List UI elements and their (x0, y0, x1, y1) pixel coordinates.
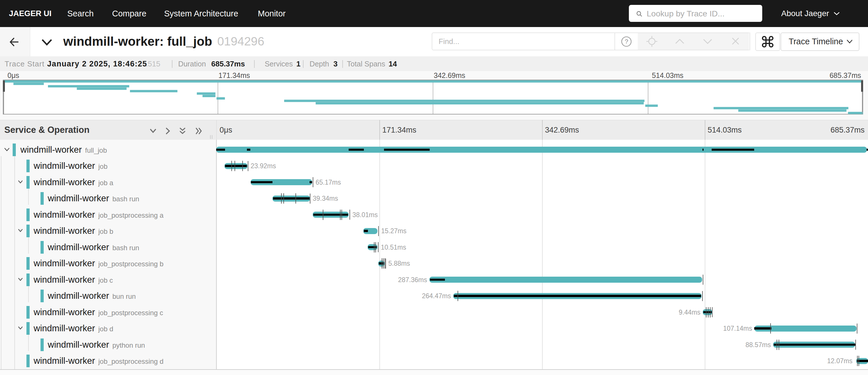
svg-text:?: ? (625, 38, 628, 45)
